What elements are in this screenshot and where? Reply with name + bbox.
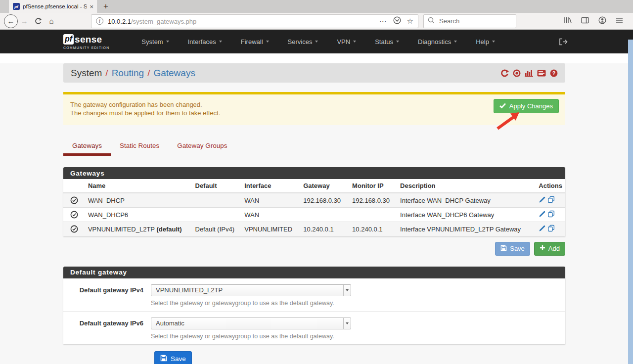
refresh-icon[interactable] [500,69,509,77]
tab-gateway-groups[interactable]: Gateway Groups [168,138,236,156]
tab-static-routes[interactable]: Static Routes [111,138,168,156]
page-actions-icon[interactable]: ⋯ [379,17,387,26]
svg-text:?: ? [552,70,555,76]
home-button[interactable]: ⌂ [45,17,58,25]
pfsense-favicon-icon: pf [13,3,20,10]
gateway-default-cell [192,208,242,222]
apply-changes-alert: The gateway configuration has been chang… [63,92,565,125]
gateways-panel: Gateways Name Default Interface Gateway … [63,167,565,236]
chevron-down-icon [166,41,169,43]
gateway-column-header: Gateway [300,179,349,193]
save-order-button[interactable]: Save [495,242,530,256]
monitoring-chart-icon[interactable] [525,69,533,77]
edit-pencil-icon[interactable] [539,196,546,205]
back-button[interactable]: ← [4,14,18,28]
log-list-icon[interactable] [537,70,546,77]
floppy-icon [160,355,167,363]
gateways-table: Name Default Interface Gateway Monitor I… [63,179,565,236]
tab-gateways[interactable]: Gateways [63,138,111,156]
gateway-description-cell: Interface VPNUNLIMITED_L2TP Gateway [397,222,536,236]
chevron-down-icon [492,41,495,43]
forward-button[interactable]: → [18,17,31,25]
bookmark-star-icon[interactable]: ☆ [407,17,413,26]
default-gateway-ipv6-select[interactable]: Automatic [151,318,351,329]
add-gateway-button[interactable]: Add [534,242,565,256]
copy-icon[interactable] [547,210,555,219]
browser-tab-bar: pf pfSense.pfsense.local - S × + [0,0,633,13]
address-bar[interactable]: i 10.0.2.1/system_gateways.php ⋯ ☆ [91,14,418,28]
nav-item-firewall[interactable]: Firewall [231,30,278,53]
search-bar[interactable] [423,14,516,28]
apply-changes-button[interactable]: Apply Changes [494,99,559,113]
table-row: WAN_DHCP6 WAN Interface WAN_DHCP6 Gatewa… [63,208,565,222]
gateway-online-icon [66,225,82,233]
alert-message-line2: The changes must be applied for them to … [70,109,558,117]
pfsense-logo[interactable]: pf sense COMMUNITY EDITION [63,34,109,49]
pf-logo-mark: pf [63,34,74,45]
gateway-interface-cell: WAN [241,193,300,208]
check-icon [499,102,506,110]
breadcrumb-routing-link[interactable]: Routing [112,68,144,79]
help-icon[interactable]: ? [550,69,558,77]
menu-hamburger-icon[interactable] [616,17,623,26]
floppy-icon [500,245,507,253]
default-gateway-ipv4-help: Select the gateway or gatewaygroup to us… [151,300,351,307]
gateway-address-cell: 192.168.0.30 [300,193,349,208]
tab-title: pfSense.pfsense.local - S [23,3,87,9]
page-body: System / Routing / Gateways ? The gatewa… [0,63,633,364]
default-gateway-ipv6-label: Default gateway IPv6 [63,318,143,340]
urlbar-actions: ⋯ ☆ [379,16,413,26]
gateway-monitor-cell [349,208,397,222]
scrollbar[interactable] [628,40,633,364]
breadcrumb-gateways-link[interactable]: Gateways [153,68,195,79]
community-edition-label: COMMUNITY EDITION [63,46,109,49]
gateway-description-cell: Interface WAN_DHCP6 Gateway [397,208,536,222]
page-header-icons: ? [500,69,558,77]
browser-tab[interactable]: pf pfSense.pfsense.local - S × [9,0,98,13]
default-column-header: Default [192,179,242,193]
monitor-ip-column-header: Monitor IP [349,179,397,193]
gateway-online-icon [66,211,82,219]
table-actions-row: Save Add [63,242,565,256]
copy-icon[interactable] [547,225,555,233]
save-button[interactable]: Save [154,351,192,364]
chevron-down-icon [219,41,222,43]
gateway-address-cell: 10.240.0.1 [300,222,349,236]
close-tab-icon[interactable]: × [90,3,93,10]
nav-item-status[interactable]: Status [365,30,408,53]
alert-message-line1: The gateway configuration has been chang… [70,100,558,109]
account-icon[interactable] [598,16,606,26]
sidebar-toggle-icon[interactable] [581,17,589,26]
breadcrumb-root: System [71,68,102,79]
status-circle-icon[interactable] [513,69,521,77]
nav-item-help[interactable]: Help [466,30,504,53]
gateway-monitor-cell: 10.240.0.1 [349,222,397,236]
nav-item-services[interactable]: Services [278,30,328,53]
new-tab-button[interactable]: + [98,0,114,13]
default-gateway-panel-title: Default gateway [63,267,565,278]
toolbar-right-icons [564,16,623,26]
nav-item-interfaces[interactable]: Interfaces [179,30,231,53]
edit-pencil-icon[interactable] [539,210,546,219]
nav-item-vpn[interactable]: VPN [327,30,365,53]
default-gateway-ipv4-select[interactable]: VPNUNLIMITED_L2TP [151,284,351,296]
gateway-default-cell: Default (IPv4) [192,222,242,236]
select-dropdown-icon [343,318,351,329]
description-column-header: Description [397,179,536,193]
gateway-interface-cell: VPNUNLIMITED [241,222,300,236]
search-input[interactable] [438,17,512,25]
gateway-description-cell: Interface WAN_DHCP Gateway [397,193,536,208]
plus-icon [540,245,545,252]
pfsense-navbar: pf sense COMMUNITY EDITION System Interf… [0,30,633,53]
pocket-icon[interactable] [393,16,401,26]
gateway-interface-cell: WAN [241,208,300,222]
logout-icon[interactable] [559,38,568,46]
copy-icon[interactable] [547,196,555,205]
nav-item-system[interactable]: System [132,30,178,53]
nav-item-diagnostics[interactable]: Diagnostics [408,30,466,53]
gateway-address-cell [300,208,349,222]
library-icon[interactable] [564,17,572,26]
site-info-icon[interactable]: i [96,17,103,25]
reload-button[interactable] [31,18,45,25]
edit-pencil-icon[interactable] [539,225,546,233]
